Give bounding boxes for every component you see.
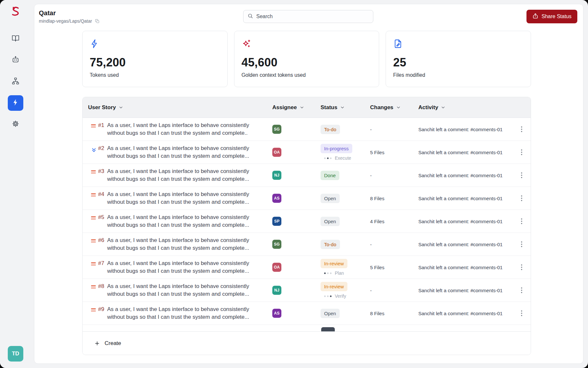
changes-cell: - bbox=[370, 242, 418, 247]
nav-docs-button[interactable] bbox=[8, 31, 23, 47]
user-story-cell: #5 As a user, I want the Laps interface … bbox=[98, 210, 272, 233]
user-story-cell: #7 As a user, I want the Laps interface … bbox=[98, 256, 272, 279]
kebab-menu-icon[interactable] bbox=[517, 286, 526, 295]
drag-handle-icon[interactable] bbox=[91, 285, 98, 288]
kebab-menu-icon[interactable] bbox=[517, 171, 526, 180]
copy-icon[interactable] bbox=[95, 19, 100, 24]
drag-handle-icon[interactable] bbox=[91, 239, 98, 242]
nav-bot-button[interactable] bbox=[8, 52, 23, 68]
kebab-menu-icon[interactable] bbox=[517, 309, 526, 318]
table-row: #4 As a user, I want the Laps interface … bbox=[83, 187, 531, 210]
stats-row: 75,200 Tokens used 45,600 bbox=[82, 31, 531, 87]
column-header-assignee[interactable]: Assignee bbox=[272, 104, 321, 111]
book-icon bbox=[12, 34, 19, 43]
column-header-status[interactable]: Status bbox=[321, 104, 370, 111]
stat-label: Files modified bbox=[393, 72, 524, 78]
kebab-menu-icon[interactable] bbox=[517, 217, 526, 226]
table-header: User Story Assignee Status bbox=[83, 97, 531, 118]
story-text: As a user, I want the Laps interface to … bbox=[107, 259, 249, 275]
activity-cell: Sanchit left a comment: #comments-01 bbox=[418, 196, 513, 201]
plus-icon bbox=[94, 340, 100, 346]
column-header-activity[interactable]: Activity bbox=[418, 104, 513, 111]
stage-dot bbox=[327, 157, 329, 159]
chevron-down-icon bbox=[300, 105, 304, 109]
status-badge[interactable]: In-review bbox=[321, 282, 347, 291]
assignee-avatar: SG bbox=[272, 125, 281, 134]
column-header-changes[interactable]: Changes bbox=[370, 104, 418, 111]
status-badge[interactable]: To-do bbox=[321, 240, 340, 249]
story-text: As a user, I want the Laps interface to … bbox=[107, 282, 249, 298]
status-badge[interactable]: In-progress bbox=[321, 144, 352, 153]
stage-dot bbox=[330, 272, 332, 274]
search-input[interactable] bbox=[256, 14, 369, 19]
stage-indicator: Execute bbox=[321, 155, 351, 161]
status-badge[interactable]: Open bbox=[321, 217, 340, 226]
assignee-cell: AS bbox=[272, 194, 321, 203]
assignee-cell: OA bbox=[272, 263, 321, 272]
expand-chevrons-icon[interactable] bbox=[91, 149, 97, 154]
kebab-menu-icon[interactable] bbox=[517, 240, 526, 249]
user-avatar[interactable]: TD bbox=[8, 346, 23, 362]
assignee-avatar: SP bbox=[272, 217, 281, 226]
story-text: As a user, I want the Laps interface to … bbox=[107, 213, 249, 229]
changes-cell: 4 Files bbox=[370, 219, 418, 224]
stat-label: Tokens used bbox=[90, 72, 220, 78]
activity-cell: Sanchit left a comment: #comments-01 bbox=[418, 219, 513, 224]
nav-workflow-button[interactable] bbox=[8, 74, 23, 89]
stage-indicator: Verify bbox=[321, 293, 346, 299]
brand-logo-icon bbox=[9, 5, 22, 19]
story-text: As a user, I want the Laps interface to … bbox=[107, 144, 249, 160]
kebab-menu-icon[interactable] bbox=[517, 194, 526, 203]
story-text: As a user, I want the Laps interface to … bbox=[107, 167, 249, 183]
status-badge[interactable]: Done bbox=[321, 171, 339, 180]
nav-runs-button[interactable] bbox=[8, 95, 23, 111]
story-id: #8 bbox=[98, 282, 107, 298]
assignee-cell: SG bbox=[272, 240, 321, 249]
nav-settings-button[interactable] bbox=[8, 117, 23, 132]
stage-dot bbox=[327, 295, 329, 297]
user-story-cell: #8 As a user, I want the Laps interface … bbox=[98, 279, 272, 302]
stage-dot bbox=[330, 157, 332, 159]
create-row-button[interactable]: Create bbox=[83, 331, 531, 355]
user-story-cell: #2 As a user, I want the Laps interface … bbox=[98, 141, 272, 164]
chevron-down-icon bbox=[340, 105, 345, 109]
story-id: #9 bbox=[98, 305, 107, 321]
story-id: #3 bbox=[98, 167, 107, 183]
story-text: As a user, I want the Laps interface to … bbox=[107, 305, 249, 321]
assignee-cell: OA bbox=[272, 148, 321, 157]
search-icon bbox=[247, 13, 253, 20]
drag-handle-icon[interactable] bbox=[91, 170, 98, 173]
user-story-table: User Story Assignee Status bbox=[82, 97, 531, 355]
table-row: #5 As a user, I want the Laps interface … bbox=[83, 210, 531, 233]
kebab-menu-icon[interactable] bbox=[517, 148, 526, 157]
kebab-menu-icon[interactable] bbox=[517, 125, 526, 134]
assignee-cell: SP bbox=[272, 217, 321, 226]
drag-handle-icon[interactable] bbox=[91, 262, 98, 265]
kebab-menu-icon[interactable] bbox=[517, 263, 526, 272]
changes-cell: - bbox=[370, 288, 418, 293]
drag-handle-icon[interactable] bbox=[91, 193, 98, 196]
status-badge[interactable]: In-review bbox=[321, 259, 347, 268]
drag-handle-icon[interactable] bbox=[91, 124, 98, 127]
drag-handle-icon[interactable] bbox=[91, 216, 98, 219]
status-cell: To-do bbox=[321, 125, 370, 134]
sidebar: TD bbox=[0, 0, 31, 368]
user-story-cell: #4 As a user, I want the Laps interface … bbox=[98, 187, 272, 210]
status-cell: In-progress Execute bbox=[321, 144, 370, 161]
status-badge[interactable]: Open bbox=[321, 309, 340, 318]
share-status-button[interactable]: Share Status bbox=[526, 10, 578, 23]
lightning-icon bbox=[90, 44, 99, 50]
table-row: #2 As a user, I want the Laps interface … bbox=[83, 141, 531, 164]
table-row: #8 As a user, I want the Laps interface … bbox=[83, 279, 531, 302]
status-badge[interactable]: Open bbox=[321, 194, 340, 203]
table-row: #1 As a user, I want the Laps interface … bbox=[83, 118, 531, 141]
column-header-user-story[interactable]: User Story bbox=[83, 104, 272, 111]
table-row: #6 As a user, I want the Laps interface … bbox=[83, 233, 531, 256]
stat-card-icon bbox=[242, 39, 372, 50]
stat-value: 45,600 bbox=[242, 56, 372, 69]
breadcrumb: mindlap-vegas/Laps/Qatar bbox=[39, 18, 92, 24]
stat-label: Golden context tokens used bbox=[242, 72, 372, 78]
drag-handle-icon[interactable] bbox=[91, 308, 98, 311]
changes-cell: - bbox=[370, 173, 418, 178]
status-badge[interactable]: To-do bbox=[321, 125, 340, 134]
